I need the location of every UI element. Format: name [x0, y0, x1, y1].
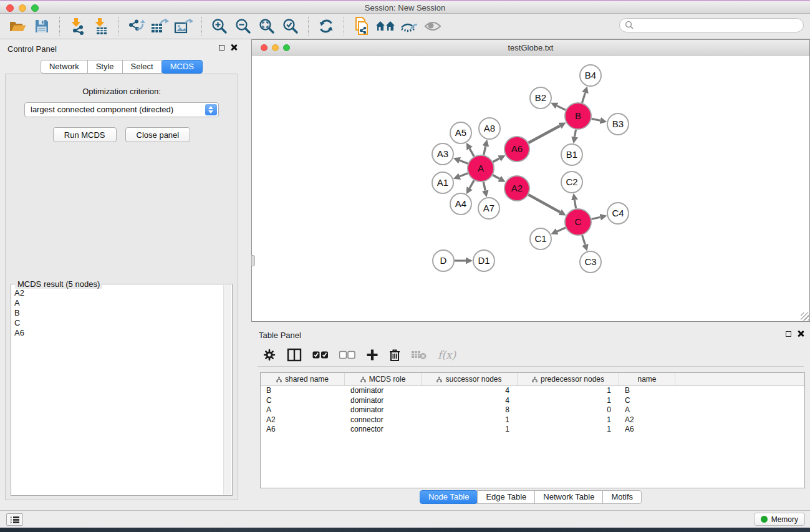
- table-cell[interactable]: 1: [422, 425, 518, 435]
- select-all-checkboxes-icon[interactable]: [312, 351, 329, 359]
- table-cell[interactable]: A: [619, 405, 675, 415]
- network-window-titlebar[interactable]: testGlobe.txt: [252, 40, 809, 56]
- close-table-panel-icon[interactable]: [798, 331, 804, 337]
- table-cell[interactable]: dominator: [345, 396, 422, 406]
- graph-node-B4[interactable]: B4: [580, 65, 601, 86]
- graph-node-A5[interactable]: A5: [450, 122, 471, 143]
- splitter-grip[interactable]: [251, 255, 255, 266]
- mcds-result-item[interactable]: A2: [12, 288, 223, 298]
- table-settings-icon[interactable]: [263, 348, 276, 362]
- export-table-icon[interactable]: [150, 16, 171, 36]
- table-row[interactable]: A6connector11A6: [261, 425, 804, 435]
- graph-edge-A-A7[interactable]: [483, 182, 485, 191]
- graph-node-C2[interactable]: C2: [561, 172, 582, 193]
- zoom-fit-icon[interactable]: [256, 16, 277, 36]
- table-cell[interactable]: A6: [261, 425, 345, 435]
- table-row[interactable]: Bdominator41B: [261, 386, 804, 396]
- table-cell[interactable]: 1: [518, 425, 619, 435]
- graph-edge-B-B3[interactable]: [592, 118, 600, 120]
- table-cell[interactable]: A: [261, 405, 345, 415]
- table-cell[interactable]: 1: [518, 415, 619, 425]
- table-cell[interactable]: connector: [345, 415, 422, 425]
- delete-table-icon[interactable]: [411, 349, 427, 360]
- table-cell[interactable]: 0: [518, 405, 619, 415]
- column-header[interactable]: name: [619, 373, 675, 385]
- table-row[interactable]: A2connector11A2: [261, 415, 804, 425]
- graph-node-D[interactable]: D: [433, 250, 454, 271]
- graph-edge-A-A6[interactable]: [493, 158, 499, 162]
- table-cell[interactable]: A6: [619, 425, 675, 435]
- delete-row-icon[interactable]: [389, 348, 400, 362]
- table-row[interactable]: Adominator80A: [261, 405, 804, 415]
- graph-node-A3[interactable]: A3: [432, 143, 453, 165]
- graph-edge-A-A3[interactable]: [460, 160, 468, 163]
- graph-node-A8[interactable]: A8: [479, 118, 500, 139]
- float-table-panel-icon[interactable]: [786, 331, 791, 337]
- deselect-all-checkboxes-icon[interactable]: [339, 351, 355, 359]
- tab-edge-table[interactable]: Edge Table: [477, 490, 535, 504]
- mcds-result-item[interactable]: C: [12, 318, 223, 328]
- tab-style[interactable]: Style: [87, 60, 123, 74]
- zoom-out-icon[interactable]: [233, 16, 254, 36]
- zoom-selected-icon[interactable]: [280, 16, 301, 36]
- table-cell[interactable]: C: [619, 396, 675, 406]
- close-panel-button[interactable]: Close panel: [125, 127, 191, 142]
- mcds-result-item[interactable]: A6: [12, 328, 223, 338]
- add-row-icon[interactable]: [366, 349, 378, 361]
- search-box[interactable]: [619, 18, 804, 32]
- apply-layout-icon[interactable]: [316, 16, 337, 36]
- tab-node-table[interactable]: Node Table: [420, 490, 478, 504]
- table-cell[interactable]: 4: [422, 396, 518, 406]
- zoom-in-icon[interactable]: [209, 16, 230, 36]
- graph-node-C[interactable]: C: [565, 209, 591, 235]
- graph-node-B[interactable]: B: [565, 103, 591, 129]
- table-cell[interactable]: A2: [619, 415, 675, 425]
- graph-edge-B-B1[interactable]: [575, 130, 576, 137]
- export-network-icon[interactable]: [126, 16, 147, 36]
- tab-mcds[interactable]: MCDS: [162, 60, 203, 74]
- tab-motifs[interactable]: Motifs: [602, 490, 642, 504]
- graph-edge-C-C4[interactable]: [591, 217, 600, 219]
- graph-node-A1[interactable]: A1: [432, 172, 453, 193]
- table-cell[interactable]: 1: [422, 415, 518, 425]
- memory-button[interactable]: Memory: [754, 513, 805, 526]
- function-builder-icon[interactable]: f(x): [438, 349, 456, 361]
- graph-edge-C-C3[interactable]: [582, 235, 586, 244]
- table-cell[interactable]: 1: [518, 396, 619, 406]
- resize-grip-icon[interactable]: [801, 312, 809, 321]
- table-cell[interactable]: 1: [518, 386, 619, 396]
- graph-edge-B-B4[interactable]: [582, 93, 585, 103]
- graph-edge-B-B2[interactable]: [557, 106, 566, 110]
- graph-node-B1[interactable]: B1: [561, 144, 582, 165]
- graph-node-A7[interactable]: A7: [478, 198, 499, 219]
- graph-node-C4[interactable]: C4: [607, 203, 629, 224]
- graph-edge-A6-B[interactable]: [528, 126, 560, 143]
- hide-selected-icon[interactable]: [398, 16, 420, 36]
- table-cell[interactable]: C: [261, 396, 345, 406]
- show-all-views-icon[interactable]: [375, 16, 396, 36]
- table-cell[interactable]: A2: [261, 415, 345, 425]
- mcds-result-list[interactable]: A2ABCA6: [12, 288, 223, 495]
- graph-edge-A-A4[interactable]: [470, 180, 474, 188]
- table-body[interactable]: Bdominator41BCdominator41CAdominator80AA…: [261, 386, 804, 435]
- table-cell[interactable]: B: [619, 386, 675, 396]
- run-mcds-button[interactable]: Run MCDS: [53, 127, 117, 142]
- graph-node-C3[interactable]: C3: [580, 251, 601, 273]
- criterion-dropdown[interactable]: largest connected component (directed): [24, 102, 219, 117]
- export-image-icon[interactable]: [173, 16, 195, 36]
- mcds-result-item[interactable]: B: [12, 308, 223, 318]
- graph-node-A[interactable]: A: [468, 155, 494, 181]
- column-header[interactable]: shared name: [261, 373, 345, 385]
- column-header[interactable]: successor nodes: [422, 373, 518, 385]
- import-table-icon[interactable]: [90, 16, 112, 36]
- table-cell[interactable]: dominator: [345, 405, 422, 415]
- graph-node-D1[interactable]: D1: [473, 250, 494, 271]
- graph-edge-A-A5[interactable]: [470, 148, 474, 157]
- tab-select[interactable]: Select: [122, 60, 162, 74]
- network-graph[interactable]: B4B2BB3A5A8A6B1A3AA1C2A2A4A7C4CC1C3DD1: [252, 56, 809, 321]
- table-cell[interactable]: 4: [422, 386, 518, 396]
- search-input[interactable]: [634, 20, 803, 31]
- graph-node-A4[interactable]: A4: [450, 193, 471, 215]
- graph-node-A6[interactable]: A6: [504, 137, 529, 162]
- table-cell[interactable]: B: [261, 386, 345, 396]
